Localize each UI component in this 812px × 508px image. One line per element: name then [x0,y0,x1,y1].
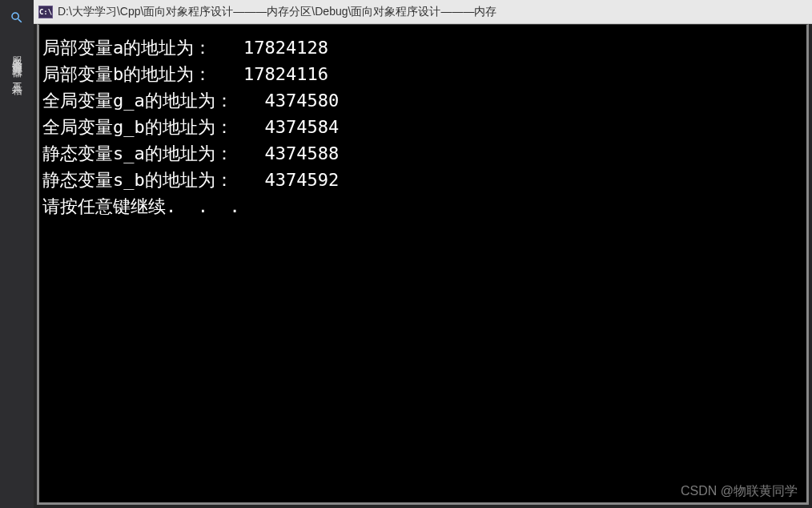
main-area: C:\ D:\大学学习\Cpp\面向对象程序设计———内存分区\Debug\面向… [34,0,812,508]
console-icon: C:\ [38,6,53,18]
console-line: 静态变量s_a的地址为： 4374588 [42,140,803,167]
console-line: 局部变量a的地址为： 17824128 [42,34,803,61]
console-line: 全局变量g_b的地址为： 4374584 [42,114,803,140]
console-line: 局部变量b的地址为： 17824116 [42,61,803,87]
window-title: D:\大学学习\Cpp\面向对象程序设计———内存分区\Debug\面向对象程序… [58,5,496,19]
console-output[interactable]: 局部变量a的地址为： 17824128 局部变量b的地址为： 17824116 … [37,24,809,505]
window-titlebar[interactable]: C:\ D:\大学学习\Cpp\面向对象程序设计———内存分区\Debug\面向… [34,0,812,24]
sidebar-item-server-explorer[interactable]: 服务器资源管理器 [10,45,24,64]
search-icon[interactable] [6,6,28,29]
console-line: 静态变量s_b的地址为： 4374592 [42,167,803,193]
vs-sidebar: 服务器资源管理器 工具箱 [0,0,34,508]
console-line: 请按任意键继续. . . [42,193,803,220]
sidebar-item-toolbox[interactable]: 工具箱 [10,71,24,82]
console-line: 全局变量g_a的地址为： 4374580 [42,87,803,114]
